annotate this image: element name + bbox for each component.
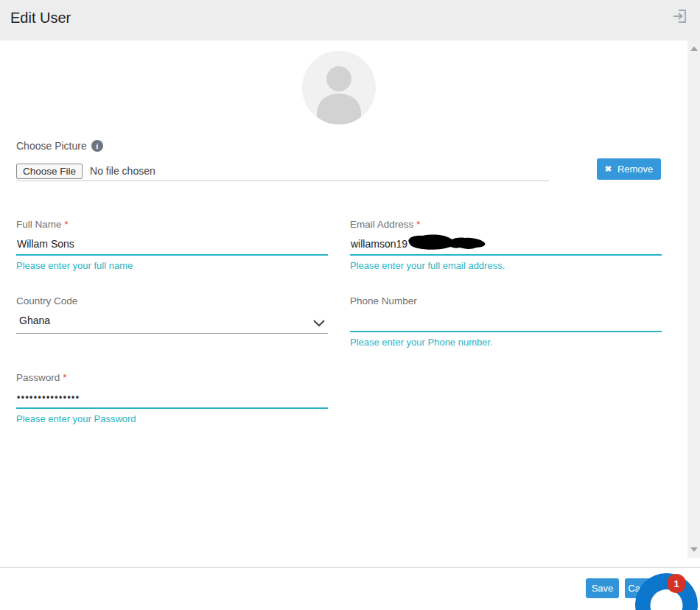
file-status-text: No file chosen [90,165,155,177]
phone-label: Phone Number [350,295,662,306]
country-code-label: Country Code [16,295,328,306]
chat-unread-badge: 1 [667,574,686,593]
choose-picture-label: Choose Picture [16,140,87,152]
required-asterisk: * [63,372,66,383]
info-circle-icon[interactable]: i [91,140,103,152]
full-name-label: Full Name* [16,219,328,230]
country-code-field: Country Code Ghana [16,295,328,334]
exit-icon[interactable] [672,8,688,24]
password-label: Password* [16,372,328,383]
email-field: Email Address* Please enter your full em… [350,219,662,271]
file-input-row: Choose File No file chosen [16,161,549,181]
password-helper: Please enter your Password [16,413,328,424]
chat-widget-button[interactable] [635,573,698,610]
avatar [302,51,376,125]
choose-file-button[interactable]: Choose File [16,164,83,179]
footer-bar: Save Cancel [0,568,700,610]
country-code-value: Ghana [19,315,50,326]
email-label: Email Address* [350,219,662,230]
page-header: Edit User [0,0,700,41]
scroll-down-icon[interactable] [690,547,698,552]
page-title: Edit User [10,10,71,27]
country-code-select[interactable]: Ghana [16,313,328,334]
full-name-helper: Please enter your full name [16,260,328,271]
phone-helper: Please enter your Phone number. [350,337,662,348]
save-button[interactable]: Save [586,578,619,598]
scroll-up-icon[interactable] [690,46,698,51]
remove-picture-button[interactable]: ✖ Remove [597,158,661,180]
email-helper: Please enter your full email address. [350,260,662,271]
email-input[interactable] [350,236,662,256]
chevron-down-icon [313,318,325,329]
full-name-field: Full Name* Please enter your full name [16,219,328,271]
phone-input[interactable] [350,313,662,332]
phone-field: Phone Number Please enter your Phone num… [350,295,662,348]
chat-bubble-icon [635,573,698,610]
x-mark-icon: ✖ [605,164,612,174]
required-asterisk: * [416,219,420,230]
choose-picture-row: Choose Picture i [16,140,103,152]
remove-button-label: Remove [617,164,653,175]
password-input[interactable] [16,390,328,409]
required-asterisk: * [65,219,69,230]
full-name-input[interactable] [16,236,328,256]
password-field: Password* Please enter your Password [16,372,328,424]
vertical-scrollbar[interactable] [687,41,700,558]
